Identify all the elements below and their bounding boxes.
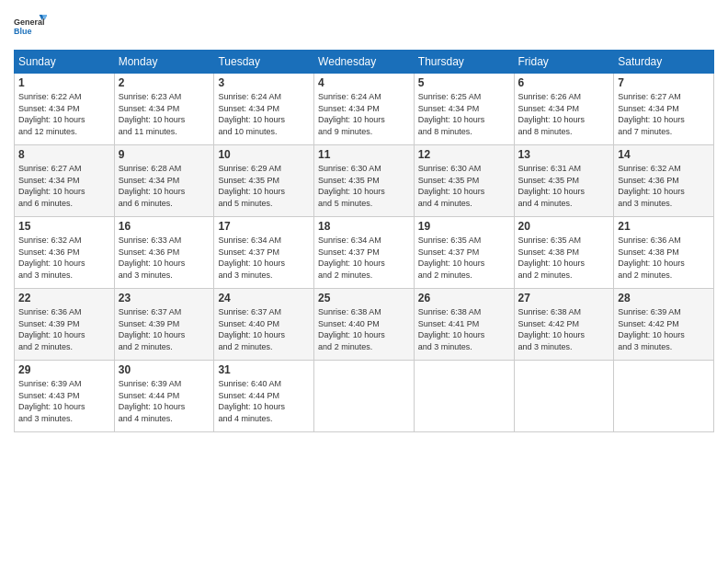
day-cell: 8 Sunrise: 6:27 AM Sunset: 4:34 PM Dayli… — [15, 145, 115, 217]
day-info: Sunrise: 6:27 AM Sunset: 4:34 PM Dayligh… — [18, 163, 110, 209]
day-cell: 29 Sunrise: 6:39 AM Sunset: 4:43 PM Dayl… — [15, 361, 115, 432]
day-info: Sunrise: 6:33 AM Sunset: 4:36 PM Dayligh… — [119, 235, 210, 281]
day-cell: 18 Sunrise: 6:34 AM Sunset: 4:37 PM Dayl… — [314, 217, 415, 289]
day-number: 30 — [119, 363, 210, 376]
day-number: 22 — [18, 292, 110, 304]
day-number: 17 — [218, 220, 310, 233]
day-info: Sunrise: 6:39 AM Sunset: 4:42 PM Dayligh… — [618, 306, 710, 352]
weekday-monday: Monday — [114, 51, 214, 74]
day-cell: 1 Sunrise: 6:22 AM Sunset: 4:34 PM Dayli… — [15, 74, 115, 145]
weekday-thursday: Thursday — [414, 51, 514, 74]
svg-text:General: General — [14, 17, 45, 27]
day-number: 16 — [119, 220, 210, 233]
day-info: Sunrise: 6:32 AM Sunset: 4:36 PM Dayligh… — [618, 163, 710, 209]
day-number: 18 — [318, 220, 410, 233]
day-cell: 15 Sunrise: 6:32 AM Sunset: 4:36 PM Dayl… — [15, 217, 115, 289]
day-cell — [314, 361, 415, 432]
day-number: 21 — [618, 220, 710, 233]
day-number: 20 — [518, 220, 610, 233]
week-row-2: 8 Sunrise: 6:27 AM Sunset: 4:34 PM Dayli… — [15, 145, 714, 217]
day-number: 10 — [218, 148, 310, 161]
logo-svg: General Blue — [14, 9, 47, 42]
day-cell: 31 Sunrise: 6:40 AM Sunset: 4:44 PM Dayl… — [214, 361, 314, 432]
day-info: Sunrise: 6:30 AM Sunset: 4:35 PM Dayligh… — [418, 163, 510, 209]
day-cell: 19 Sunrise: 6:35 AM Sunset: 4:37 PM Dayl… — [414, 217, 514, 289]
day-info: Sunrise: 6:38 AM Sunset: 4:42 PM Dayligh… — [518, 306, 610, 352]
day-cell: 13 Sunrise: 6:31 AM Sunset: 4:35 PM Dayl… — [514, 145, 614, 217]
day-number: 15 — [18, 220, 110, 233]
weekday-wednesday: Wednesday — [314, 51, 415, 74]
logo: General Blue — [14, 9, 47, 42]
day-info: Sunrise: 6:25 AM Sunset: 4:34 PM Dayligh… — [418, 91, 510, 137]
day-info: Sunrise: 6:38 AM Sunset: 4:40 PM Dayligh… — [318, 306, 410, 352]
day-cell: 23 Sunrise: 6:37 AM Sunset: 4:39 PM Dayl… — [114, 289, 214, 361]
day-info: Sunrise: 6:40 AM Sunset: 4:44 PM Dayligh… — [218, 378, 310, 424]
weekday-header: SundayMondayTuesdayWednesdayThursdayFrid… — [15, 51, 714, 74]
day-cell: 16 Sunrise: 6:33 AM Sunset: 4:36 PM Dayl… — [114, 217, 214, 289]
day-info: Sunrise: 6:39 AM Sunset: 4:43 PM Dayligh… — [18, 378, 110, 424]
weekday-saturday: Saturday — [614, 51, 714, 74]
calendar-table: SundayMondayTuesdayWednesdayThursdayFrid… — [14, 50, 714, 432]
day-info: Sunrise: 6:24 AM Sunset: 4:34 PM Dayligh… — [318, 91, 410, 137]
day-number: 31 — [218, 363, 310, 376]
day-cell: 11 Sunrise: 6:30 AM Sunset: 4:35 PM Dayl… — [314, 145, 415, 217]
day-number: 12 — [418, 148, 510, 161]
day-info: Sunrise: 6:30 AM Sunset: 4:35 PM Dayligh… — [318, 163, 410, 209]
day-info: Sunrise: 6:29 AM Sunset: 4:35 PM Dayligh… — [218, 163, 310, 209]
week-row-3: 15 Sunrise: 6:32 AM Sunset: 4:36 PM Dayl… — [15, 217, 714, 289]
day-number: 1 — [18, 76, 110, 89]
day-info: Sunrise: 6:31 AM Sunset: 4:35 PM Dayligh… — [518, 163, 610, 209]
day-number: 29 — [18, 363, 110, 376]
day-cell: 9 Sunrise: 6:28 AM Sunset: 4:34 PM Dayli… — [114, 145, 214, 217]
day-info: Sunrise: 6:28 AM Sunset: 4:34 PM Dayligh… — [119, 163, 210, 209]
day-info: Sunrise: 6:37 AM Sunset: 4:39 PM Dayligh… — [119, 306, 210, 352]
day-info: Sunrise: 6:37 AM Sunset: 4:40 PM Dayligh… — [218, 306, 310, 352]
day-number: 13 — [518, 148, 610, 161]
day-cell: 6 Sunrise: 6:26 AM Sunset: 4:34 PM Dayli… — [514, 74, 614, 145]
day-info: Sunrise: 6:34 AM Sunset: 4:37 PM Dayligh… — [218, 235, 310, 281]
day-info: Sunrise: 6:23 AM Sunset: 4:34 PM Dayligh… — [119, 91, 210, 137]
day-cell — [414, 361, 514, 432]
day-number: 14 — [618, 148, 710, 161]
day-cell: 21 Sunrise: 6:36 AM Sunset: 4:38 PM Dayl… — [614, 217, 714, 289]
header: General Blue — [14, 9, 714, 42]
day-cell: 22 Sunrise: 6:36 AM Sunset: 4:39 PM Dayl… — [15, 289, 115, 361]
day-cell: 25 Sunrise: 6:38 AM Sunset: 4:40 PM Dayl… — [314, 289, 415, 361]
day-cell: 28 Sunrise: 6:39 AM Sunset: 4:42 PM Dayl… — [614, 289, 714, 361]
day-cell — [514, 361, 614, 432]
day-cell: 24 Sunrise: 6:37 AM Sunset: 4:40 PM Dayl… — [214, 289, 314, 361]
weekday-friday: Friday — [514, 51, 614, 74]
day-number: 7 — [618, 76, 710, 89]
day-info: Sunrise: 6:34 AM Sunset: 4:37 PM Dayligh… — [318, 235, 410, 281]
day-cell: 20 Sunrise: 6:35 AM Sunset: 4:38 PM Dayl… — [514, 217, 614, 289]
day-cell: 30 Sunrise: 6:39 AM Sunset: 4:44 PM Dayl… — [114, 361, 214, 432]
day-cell: 2 Sunrise: 6:23 AM Sunset: 4:34 PM Dayli… — [114, 74, 214, 145]
day-info: Sunrise: 6:32 AM Sunset: 4:36 PM Dayligh… — [18, 235, 110, 281]
day-cell: 10 Sunrise: 6:29 AM Sunset: 4:35 PM Dayl… — [214, 145, 314, 217]
day-info: Sunrise: 6:26 AM Sunset: 4:34 PM Dayligh… — [518, 91, 610, 137]
day-cell: 17 Sunrise: 6:34 AM Sunset: 4:37 PM Dayl… — [214, 217, 314, 289]
day-number: 26 — [418, 292, 510, 304]
day-number: 23 — [119, 292, 210, 304]
day-cell: 26 Sunrise: 6:38 AM Sunset: 4:41 PM Dayl… — [414, 289, 514, 361]
day-cell: 14 Sunrise: 6:32 AM Sunset: 4:36 PM Dayl… — [614, 145, 714, 217]
day-number: 8 — [18, 148, 110, 161]
day-info: Sunrise: 6:36 AM Sunset: 4:39 PM Dayligh… — [18, 306, 110, 352]
weekday-sunday: Sunday — [15, 51, 115, 74]
calendar-body: 1 Sunrise: 6:22 AM Sunset: 4:34 PM Dayli… — [15, 74, 714, 432]
svg-text:Blue: Blue — [14, 27, 32, 36]
day-number: 6 — [518, 76, 610, 89]
day-cell: 3 Sunrise: 6:24 AM Sunset: 4:34 PM Dayli… — [214, 74, 314, 145]
day-cell: 7 Sunrise: 6:27 AM Sunset: 4:34 PM Dayli… — [614, 74, 714, 145]
day-number: 5 — [418, 76, 510, 89]
day-number: 4 — [318, 76, 410, 89]
day-number: 28 — [618, 292, 710, 304]
weekday-tuesday: Tuesday — [214, 51, 314, 74]
day-cell: 27 Sunrise: 6:38 AM Sunset: 4:42 PM Dayl… — [514, 289, 614, 361]
day-number: 9 — [119, 148, 210, 161]
day-number: 25 — [318, 292, 410, 304]
day-info: Sunrise: 6:24 AM Sunset: 4:34 PM Dayligh… — [218, 91, 310, 137]
day-number: 3 — [218, 76, 310, 89]
day-number: 24 — [218, 292, 310, 304]
day-cell — [614, 361, 714, 432]
